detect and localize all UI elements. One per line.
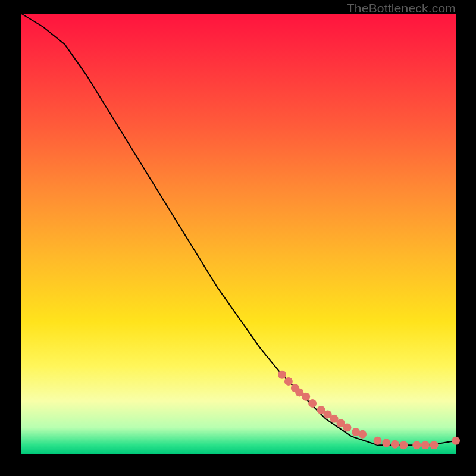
curve-line bbox=[21, 14, 456, 445]
data-point bbox=[382, 439, 390, 447]
data-point bbox=[391, 440, 399, 449]
data-point bbox=[452, 437, 460, 445]
data-point bbox=[343, 424, 352, 432]
chart-frame: TheBottleneck.com bbox=[0, 0, 476, 476]
data-point bbox=[430, 441, 439, 449]
data-point bbox=[399, 441, 408, 449]
chart-svg bbox=[21, 14, 456, 454]
data-point bbox=[284, 377, 293, 386]
data-point bbox=[308, 399, 317, 408]
plot-area bbox=[21, 14, 456, 454]
data-point bbox=[358, 430, 367, 439]
data-point bbox=[302, 393, 310, 401]
data-points bbox=[278, 371, 460, 449]
data-point bbox=[374, 437, 382, 445]
data-point bbox=[278, 371, 286, 379]
data-point bbox=[421, 441, 430, 449]
data-point bbox=[412, 441, 421, 449]
